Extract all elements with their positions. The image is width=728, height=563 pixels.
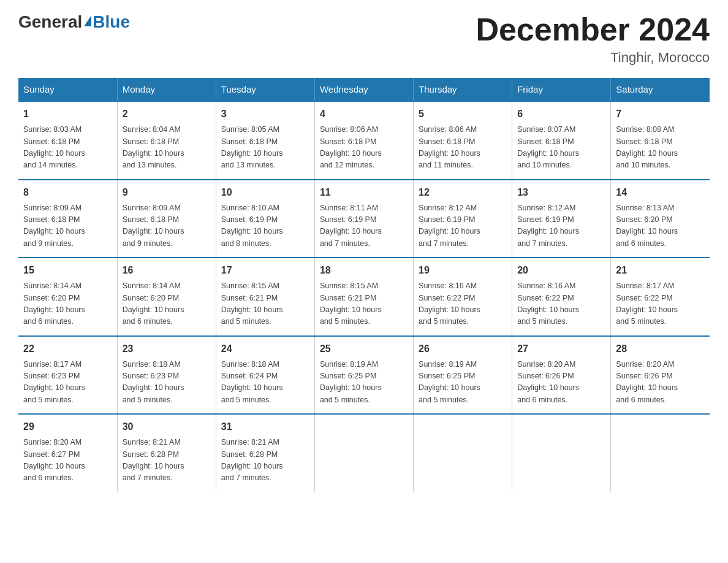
day-number: 16: [123, 263, 211, 278]
day-info: Sunrise: 8:07 AM Sunset: 6:18 PM Dayligh…: [517, 124, 605, 172]
calendar-cell: 20Sunrise: 8:16 AM Sunset: 6:22 PM Dayli…: [512, 258, 611, 336]
day-info: Sunrise: 8:11 AM Sunset: 6:19 PM Dayligh…: [320, 202, 408, 250]
day-info: Sunrise: 8:20 AM Sunset: 6:27 PM Dayligh…: [23, 437, 112, 484]
calendar-cell: 10Sunrise: 8:10 AM Sunset: 6:19 PM Dayli…: [216, 180, 314, 258]
day-number: 9: [123, 185, 211, 200]
day-info: Sunrise: 8:20 AM Sunset: 6:26 PM Dayligh…: [517, 359, 605, 407]
calendar-cell: [611, 414, 710, 492]
day-number: 5: [419, 107, 507, 121]
day-number: 23: [123, 342, 211, 356]
calendar-cell: 2Sunrise: 8:04 AM Sunset: 6:18 PM Daylig…: [117, 101, 216, 180]
calendar-week-row: 1Sunrise: 8:03 AM Sunset: 6:18 PM Daylig…: [18, 101, 710, 180]
day-info: Sunrise: 8:09 AM Sunset: 6:18 PM Dayligh…: [23, 202, 112, 250]
day-info: Sunrise: 8:05 AM Sunset: 6:18 PM Dayligh…: [221, 124, 309, 172]
day-number: 22: [23, 342, 112, 356]
calendar-cell: [512, 414, 611, 492]
day-number: 25: [320, 342, 408, 356]
calendar-cell: 9Sunrise: 8:09 AM Sunset: 6:18 PM Daylig…: [117, 180, 216, 258]
day-number: 28: [616, 342, 705, 356]
day-info: Sunrise: 8:21 AM Sunset: 6:28 PM Dayligh…: [221, 437, 309, 484]
calendar-cell: 14Sunrise: 8:13 AM Sunset: 6:20 PM Dayli…: [611, 180, 710, 258]
logo-triangle-icon: [84, 15, 91, 26]
day-info: Sunrise: 8:10 AM Sunset: 6:19 PM Dayligh…: [221, 202, 309, 250]
weekday-header-friday: Friday: [512, 78, 611, 101]
calendar-cell: [314, 414, 413, 492]
calendar-cell: 28Sunrise: 8:20 AM Sunset: 6:26 PM Dayli…: [611, 336, 710, 415]
calendar-cell: 16Sunrise: 8:14 AM Sunset: 6:20 PM Dayli…: [117, 258, 216, 336]
calendar-cell: 26Sunrise: 8:19 AM Sunset: 6:25 PM Dayli…: [414, 336, 512, 415]
calendar-cell: 17Sunrise: 8:15 AM Sunset: 6:21 PM Dayli…: [216, 258, 314, 336]
day-info: Sunrise: 8:19 AM Sunset: 6:25 PM Dayligh…: [320, 359, 408, 407]
day-info: Sunrise: 8:03 AM Sunset: 6:18 PM Dayligh…: [23, 124, 112, 172]
day-number: 8: [23, 185, 112, 200]
day-info: Sunrise: 8:08 AM Sunset: 6:18 PM Dayligh…: [616, 124, 705, 172]
day-number: 29: [23, 419, 112, 434]
day-number: 18: [320, 263, 408, 278]
day-number: 24: [221, 342, 309, 356]
day-number: 15: [23, 263, 112, 278]
day-info: Sunrise: 8:19 AM Sunset: 6:25 PM Dayligh…: [419, 359, 507, 407]
calendar-cell: 24Sunrise: 8:18 AM Sunset: 6:24 PM Dayli…: [216, 336, 314, 415]
weekday-header-sunday: Sunday: [18, 78, 117, 101]
month-title: December 2024: [476, 12, 710, 47]
location-title: Tinghir, Morocco: [476, 50, 710, 66]
calendar-cell: [414, 414, 512, 492]
calendar-week-row: 22Sunrise: 8:17 AM Sunset: 6:23 PM Dayli…: [18, 336, 710, 415]
day-info: Sunrise: 8:12 AM Sunset: 6:19 PM Dayligh…: [517, 202, 605, 250]
calendar-cell: 30Sunrise: 8:21 AM Sunset: 6:28 PM Dayli…: [117, 414, 216, 492]
weekday-header-monday: Monday: [117, 78, 216, 101]
day-number: 31: [221, 419, 309, 434]
day-number: 7: [616, 107, 705, 121]
day-number: 10: [221, 185, 309, 200]
calendar-cell: 7Sunrise: 8:08 AM Sunset: 6:18 PM Daylig…: [611, 101, 710, 180]
weekday-header-row: SundayMondayTuesdayWednesdayThursdayFrid…: [18, 78, 710, 101]
calendar-week-row: 29Sunrise: 8:20 AM Sunset: 6:27 PM Dayli…: [18, 414, 710, 492]
calendar-cell: 11Sunrise: 8:11 AM Sunset: 6:19 PM Dayli…: [314, 180, 413, 258]
day-info: Sunrise: 8:14 AM Sunset: 6:20 PM Dayligh…: [123, 280, 211, 328]
calendar-cell: 19Sunrise: 8:16 AM Sunset: 6:22 PM Dayli…: [414, 258, 512, 336]
day-number: 4: [320, 107, 408, 121]
day-number: 3: [221, 107, 309, 121]
day-number: 26: [419, 342, 507, 356]
calendar-cell: 21Sunrise: 8:17 AM Sunset: 6:22 PM Dayli…: [611, 258, 710, 336]
calendar-week-row: 15Sunrise: 8:14 AM Sunset: 6:20 PM Dayli…: [18, 258, 710, 336]
day-number: 27: [517, 342, 605, 356]
day-info: Sunrise: 8:20 AM Sunset: 6:26 PM Dayligh…: [616, 359, 705, 407]
title-block: December 2024 Tinghir, Morocco: [476, 12, 710, 66]
day-info: Sunrise: 8:15 AM Sunset: 6:21 PM Dayligh…: [221, 280, 309, 328]
day-info: Sunrise: 8:06 AM Sunset: 6:18 PM Dayligh…: [320, 124, 408, 172]
day-info: Sunrise: 8:04 AM Sunset: 6:18 PM Dayligh…: [123, 124, 211, 172]
calendar-cell: 23Sunrise: 8:18 AM Sunset: 6:23 PM Dayli…: [117, 336, 216, 415]
calendar-cell: 5Sunrise: 8:06 AM Sunset: 6:18 PM Daylig…: [414, 101, 512, 180]
calendar-cell: 6Sunrise: 8:07 AM Sunset: 6:18 PM Daylig…: [512, 101, 611, 180]
day-number: 30: [123, 419, 211, 434]
calendar-cell: 1Sunrise: 8:03 AM Sunset: 6:18 PM Daylig…: [18, 101, 117, 180]
day-info: Sunrise: 8:06 AM Sunset: 6:18 PM Dayligh…: [419, 124, 507, 172]
day-info: Sunrise: 8:09 AM Sunset: 6:18 PM Dayligh…: [123, 202, 211, 250]
weekday-header-saturday: Saturday: [611, 78, 710, 101]
page-header: General Blue December 2024 Tinghir, Moro…: [18, 12, 710, 66]
weekday-header-wednesday: Wednesday: [314, 78, 413, 101]
day-number: 19: [419, 263, 507, 278]
day-number: 13: [517, 185, 605, 200]
day-number: 21: [616, 263, 705, 278]
calendar-cell: 31Sunrise: 8:21 AM Sunset: 6:28 PM Dayli…: [216, 414, 314, 492]
logo-general-text: General: [18, 12, 82, 32]
day-number: 2: [123, 107, 211, 121]
calendar-cell: 13Sunrise: 8:12 AM Sunset: 6:19 PM Dayli…: [512, 180, 611, 258]
day-info: Sunrise: 8:16 AM Sunset: 6:22 PM Dayligh…: [517, 280, 605, 328]
day-info: Sunrise: 8:14 AM Sunset: 6:20 PM Dayligh…: [23, 280, 112, 328]
logo-blue-text: Blue: [93, 12, 130, 32]
calendar-cell: 25Sunrise: 8:19 AM Sunset: 6:25 PM Dayli…: [314, 336, 413, 415]
day-info: Sunrise: 8:17 AM Sunset: 6:22 PM Dayligh…: [616, 280, 705, 328]
day-number: 14: [616, 185, 705, 200]
calendar-cell: 15Sunrise: 8:14 AM Sunset: 6:20 PM Dayli…: [18, 258, 117, 336]
day-info: Sunrise: 8:12 AM Sunset: 6:19 PM Dayligh…: [419, 202, 507, 250]
day-number: 20: [517, 263, 605, 278]
calendar-cell: 27Sunrise: 8:20 AM Sunset: 6:26 PM Dayli…: [512, 336, 611, 415]
day-number: 1: [23, 107, 112, 121]
weekday-header-tuesday: Tuesday: [216, 78, 314, 101]
calendar-cell: 22Sunrise: 8:17 AM Sunset: 6:23 PM Dayli…: [18, 336, 117, 415]
day-info: Sunrise: 8:16 AM Sunset: 6:22 PM Dayligh…: [419, 280, 507, 328]
day-number: 17: [221, 263, 309, 278]
